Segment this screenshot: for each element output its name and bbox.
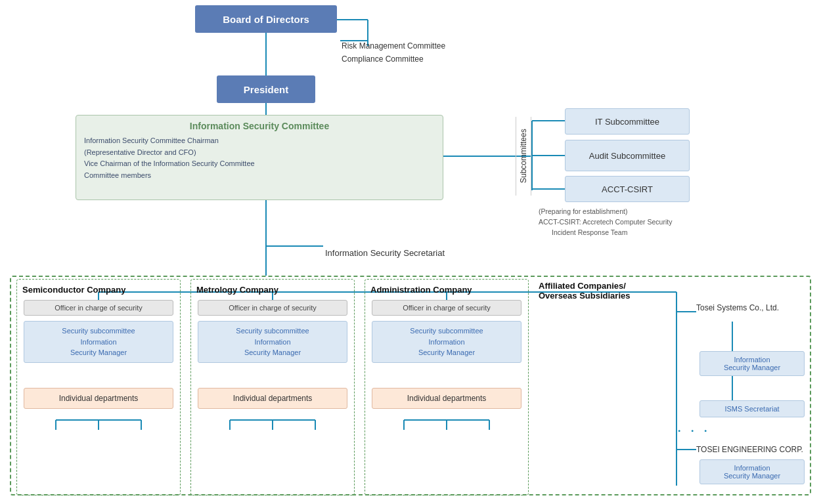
affiliated-section: Affiliated Companies/Overseas Subsidiari… [539, 281, 630, 306]
audit-sub-label: Audit Subcommittee [589, 151, 665, 161]
tosei-info-sec-mgr-box: InformationSecurity Manager [699, 351, 805, 376]
acct-note: (Preparing for establishment) ACCT-CSIRT… [539, 207, 672, 238]
met-officer-box: Officer in charge of security [198, 300, 347, 316]
met-security-mgr-label: Security Manager [244, 348, 301, 356]
risk-compliance-labels: Risk Management Committee Compliance Com… [342, 39, 445, 66]
subcommittees-label: Subcommittees [516, 117, 531, 196]
sec-security-mgr-label: Security Manager [70, 348, 127, 356]
semiconductor-section: Semiconductor Company Officer in charge … [16, 279, 181, 495]
tosei-info-sec-mgr-label: InformationSecurity Manager [724, 356, 780, 371]
adm-officer-box: Officer in charge of security [372, 300, 521, 316]
metrology-section: Metrology Company Officer in charge of s… [190, 279, 355, 495]
president-label: President [244, 84, 288, 95]
adm-info-sec-label: Information [428, 338, 464, 346]
met-security-sub-box: Security subcommittee Information Securi… [198, 321, 347, 363]
isms-secretariat-box: ISMS Secretariat [699, 400, 805, 417]
isc-title: Information Security Committee [84, 121, 435, 131]
sec-dept-box: Individual departments [24, 388, 173, 409]
isms-secretariat-label: ISMS Secretariat [724, 405, 779, 413]
tosei-eng-info-sec-mgr-label: InformationSecurity Manager [724, 464, 780, 480]
president-box: President [217, 75, 315, 103]
risk-committee-label: Risk Management Committee [342, 39, 445, 52]
sec-info-sec-label: Information [80, 338, 116, 346]
adm-dept-box: Individual departments [372, 388, 521, 409]
metrology-title: Metrology Company [191, 280, 354, 295]
adm-security-sub-label: Security subcommittee [410, 327, 483, 335]
compliance-committee-label: Compliance Committee [342, 52, 445, 66]
it-subcommittee-box: IT Subcommittee [565, 108, 690, 135]
tosei-eng-info-sec-mgr-box: InformationSecurity Manager [699, 459, 805, 484]
met-dept-box: Individual departments [198, 388, 347, 409]
met-security-sub-label: Security subcommittee [236, 327, 309, 335]
semiconductor-title: Semiconductor Company [17, 280, 180, 295]
acct-note-line1: (Preparing for establishment) [539, 207, 672, 217]
it-sub-label: IT Subcommittee [595, 117, 659, 127]
tosei-eng-label: TOSEI ENGINEERING CORP. [696, 445, 803, 454]
sec-security-sub-box: Security subcommittee Information Securi… [24, 321, 173, 363]
sec-security-sub-label: Security subcommittee [62, 327, 135, 335]
dots-label: ・・・ [673, 423, 713, 439]
secretariat-label: Information Security Secretariat [325, 248, 445, 258]
audit-subcommittee-box: Audit Subcommittee [565, 140, 690, 171]
acct-note-line3: Incident Response Team [539, 228, 672, 238]
acct-note-line2: ACCT-CSIRT: Accretech Computer Security [539, 217, 672, 228]
sec-officer-box: Officer in charge of security [24, 300, 173, 316]
isc-body: Information Security Committee Chairman … [84, 135, 435, 181]
affiliated-title: Affiliated Companies/Overseas Subsidiari… [539, 281, 630, 301]
adm-security-sub-box: Security subcommittee Information Securi… [372, 321, 521, 363]
acct-csirt-label: ACCT-CSIRT [602, 184, 653, 194]
board-box: Board of Directors [195, 5, 337, 33]
administration-section: Administration Company Officer in charge… [365, 279, 529, 495]
met-info-sec-label: Information [254, 338, 290, 346]
administration-title: Administration Company [365, 280, 528, 295]
tosei-systems-label: Tosei Systems Co., Ltd. [696, 303, 779, 312]
chart-container: Board of Directors Risk Management Commi… [0, 0, 821, 504]
board-label: Board of Directors [223, 14, 309, 25]
isc-box: Information Security Committee Informati… [76, 115, 443, 200]
acct-csirt-box: ACCT-CSIRT [565, 176, 690, 202]
adm-security-mgr-label: Security Manager [418, 348, 475, 356]
